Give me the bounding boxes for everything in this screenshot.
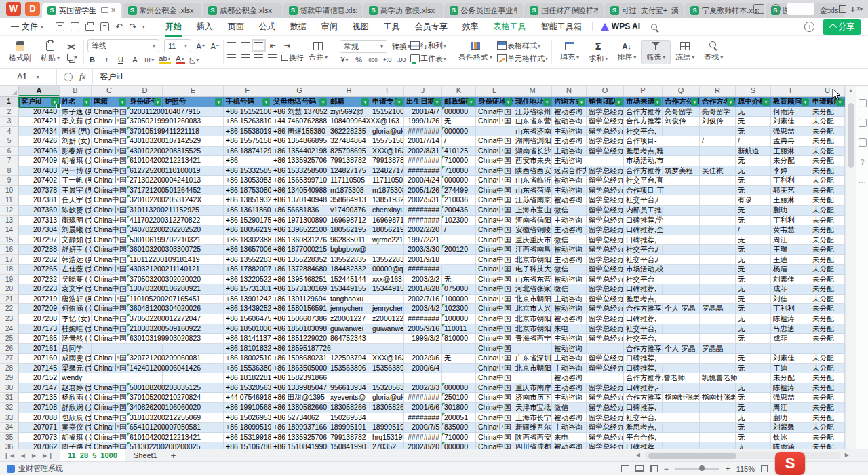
cell[interactable]: 微信: [552, 403, 587, 413]
cell[interactable]: 200051: [442, 413, 476, 423]
cell[interactable]: China中国: [92, 186, 127, 196]
cell[interactable]: 口碑推荐,: [624, 403, 663, 413]
cell[interactable]: 马忠迪: [771, 324, 810, 335]
cell[interactable]: 何依涵 (女: [60, 304, 92, 314]
cell[interactable]: 207062: [19, 442, 60, 449]
cell[interactable]: 654101200007050581: [127, 423, 163, 433]
header-cell-S[interactable]: 原中介机构▾: [736, 97, 771, 107]
cell[interactable]: 207152: [19, 373, 60, 383]
cell[interactable]: +86 1340540988: [271, 186, 328, 196]
cell[interactable]: 32010220020531242X: [127, 195, 163, 206]
row-number[interactable]: 16: [0, 245, 19, 255]
cell[interactable]: 180562195: [328, 225, 370, 235]
cell[interactable]: 天津市宝坻: [513, 403, 552, 413]
cell[interactable]: 刘紫馨: [771, 423, 810, 433]
cell[interactable]: 合作方推荐: [624, 304, 663, 314]
borders-button[interactable]: ⊞▾: [144, 56, 154, 64]
cell[interactable]: 微信: [552, 265, 587, 275]
conditional-format-button[interactable]: 条件格式▾: [454, 41, 497, 64]
close-tab-icon[interactable]: ×: [111, 6, 116, 14]
column-header-M[interactable]: M: [513, 86, 552, 96]
menu-tab-插入[interactable]: 插入: [189, 18, 220, 35]
cell[interactable]: 2002/8/20: [404, 442, 442, 449]
cell[interactable]: 未分配: [810, 364, 845, 374]
cell[interactable]: 411702200312270822: [127, 216, 163, 226]
cell[interactable]: 207160: [19, 354, 60, 364]
cell[interactable]: 207165: [19, 334, 60, 344]
cell[interactable]: +86 1360831276: [271, 235, 328, 246]
cell[interactable]: China中国: [92, 245, 127, 255]
cell[interactable]: 山东省济南: [513, 127, 552, 137]
cell[interactable]: 留学总经办: [587, 413, 624, 423]
italic-button[interactable]: I: [102, 56, 111, 64]
cell[interactable]: 未分配: [810, 413, 845, 423]
cell[interactable]: 未分配: [810, 275, 845, 285]
cell[interactable]: 被动咨询: [552, 117, 587, 127]
cell[interactable]: 留学总经办: [587, 304, 624, 314]
cell[interactable]: +86 1850103098: [271, 324, 328, 335]
currency-format-icon[interactable]: ¥▾: [340, 56, 349, 64]
cell[interactable]: 2002/5/31: [404, 195, 442, 206]
more-icon[interactable]: ▾: [142, 24, 145, 30]
cell[interactable]: [663, 383, 700, 394]
cell[interactable]: [163, 373, 224, 383]
cell[interactable]: China中国: [476, 423, 513, 433]
cell[interactable]: z20001227: [328, 314, 370, 324]
cell[interactable]: 未分配: [810, 334, 845, 344]
cell[interactable]: 来电: [552, 433, 587, 443]
cell[interactable]: [328, 344, 370, 354]
cell[interactable]: xxx@163.c: [370, 275, 404, 285]
name-box[interactable]: A1▾: [0, 69, 57, 85]
cell[interactable]: [404, 344, 442, 354]
cell[interactable]: China中国: [476, 403, 513, 413]
cell[interactable]: 山东省东营: [513, 275, 552, 285]
cell[interactable]: 000000: [442, 107, 476, 117]
cell[interactable]: 135522835: [328, 255, 370, 265]
cell[interactable]: 未分配: [810, 442, 845, 449]
cell[interactable]: 包欣辰 (女: [60, 413, 92, 423]
cell[interactable]: China中国: [92, 294, 127, 305]
cell[interactable]: +86 15319918: [224, 433, 271, 443]
row-number[interactable]: 4: [0, 127, 19, 137]
cell[interactable]: 王迪: [771, 364, 810, 374]
filter-dropdown-button[interactable]: ▾: [51, 98, 58, 106]
cell[interactable]: 无: [442, 275, 476, 285]
row-number[interactable]: 11: [0, 195, 19, 206]
cell[interactable]: 留学总经办: [587, 147, 624, 157]
cell[interactable]: +86 13851932: [224, 195, 271, 206]
cell[interactable]: [663, 245, 700, 255]
cell[interactable]: 370502199901260083: [127, 117, 163, 127]
cell[interactable]: China中国: [476, 344, 513, 354]
file-tab[interactable]: S英国留学生×: [42, 3, 121, 18]
filter-dropdown-button[interactable]: ▾: [615, 98, 623, 106]
cell[interactable]: 汤景然 (女: [60, 334, 92, 344]
cell[interactable]: 主动咨询: [552, 127, 587, 137]
filter-dropdown-button[interactable]: ▾: [119, 98, 126, 106]
cell[interactable]: 合作方推荐: [624, 344, 663, 354]
cell[interactable]: 124827177: [370, 166, 404, 176]
cell[interactable]: 2002/7/16: [404, 294, 442, 305]
cell[interactable]: 主动咨询: [552, 334, 587, 344]
cell[interactable]: 210303200509160922: [127, 324, 163, 335]
cell[interactable]: 被动咨询: [552, 413, 587, 423]
cell[interactable]: 207088: [19, 413, 60, 423]
cell[interactable]: 口碑推荐,: [624, 354, 663, 364]
cell[interactable]: [663, 235, 700, 246]
cell[interactable]: 来电: [552, 324, 587, 335]
cell[interactable]: 710000: [442, 166, 476, 176]
cell[interactable]: 陕西省西安: [513, 433, 552, 443]
cell[interactable]: 主动咨询: [552, 136, 587, 147]
cell[interactable]: 主动咨询: [552, 156, 587, 166]
wrap-text-button[interactable]: 换行: [281, 53, 304, 63]
cell[interactable]: 612725200110100019: [127, 166, 163, 176]
cell[interactable]: 被动咨询: [552, 195, 587, 206]
cell[interactable]: [587, 344, 624, 354]
hscroll-left-icon[interactable]: ◀: [636, 452, 640, 458]
cell[interactable]: 150841990: [328, 442, 370, 449]
cell[interactable]: 留学总经办: [587, 364, 624, 374]
cell[interactable]: 被动咨询: [552, 245, 587, 255]
cell[interactable]: +86 18302388: [224, 235, 271, 246]
cell[interactable]: [663, 433, 700, 443]
worksheet-button[interactable]: 工作表▾: [410, 54, 446, 64]
header-cell-D[interactable]: 身份证号▾: [127, 97, 163, 107]
